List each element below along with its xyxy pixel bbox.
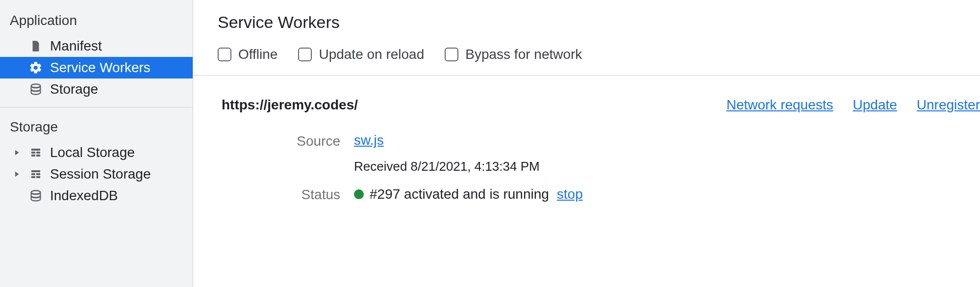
sidebar-item-storage[interactable]: Storage: [0, 78, 193, 100]
database-icon: [28, 188, 43, 203]
checkbox-label: Offline: [238, 47, 277, 62]
sidebar-item-session-storage[interactable]: Session Storage: [0, 163, 193, 185]
table-icon: [28, 167, 43, 182]
status-value: #297 activated and is running stop: [354, 186, 980, 203]
checkbox-offline[interactable]: Offline: [218, 47, 277, 62]
link-stop[interactable]: stop: [557, 186, 583, 202]
chevron-right-icon[interactable]: [12, 170, 22, 179]
database-icon: [28, 82, 43, 97]
link-source-file[interactable]: sw.js: [354, 132, 384, 148]
table-icon: [28, 145, 43, 160]
sidebar-item-label: Session Storage: [50, 166, 151, 182]
gear-icon: [28, 60, 43, 75]
sidebar-item-label: Manifest: [50, 38, 102, 54]
source-block: sw.js Received 8/21/2021, 4:13:34 PM: [354, 132, 980, 174]
detail-grid: Source sw.js Received 8/21/2021, 4:13:34…: [218, 126, 980, 203]
page-title: Service Workers: [218, 13, 980, 32]
sidebar-section-storage: Storage: [0, 116, 193, 142]
status-text: #297 activated and is running: [370, 186, 549, 202]
link-unregister[interactable]: Unregister: [917, 97, 980, 113]
main-panel: Service Workers Offline Update on reload…: [193, 0, 980, 287]
sidebar-section-application: Application: [0, 10, 193, 35]
checkbox-box[interactable]: [445, 48, 458, 61]
options-row: Offline Update on reload Bypass for netw…: [193, 47, 980, 76]
link-update[interactable]: Update: [853, 97, 897, 113]
chevron-right-icon[interactable]: [12, 148, 22, 157]
sidebar-item-indexeddb[interactable]: IndexedDB: [0, 185, 193, 207]
link-network-requests[interactable]: Network requests: [727, 97, 833, 113]
checkbox-label: Bypass for network: [465, 47, 582, 62]
checkbox-box[interactable]: [298, 48, 312, 61]
sidebar-item-label: Local Storage: [50, 145, 135, 160]
received-timestamp: Received 8/21/2021, 4:13:34 PM: [354, 159, 980, 174]
checkbox-box[interactable]: [218, 48, 231, 61]
label-source: Source: [218, 132, 340, 174]
sidebar-item-manifest[interactable]: Manifest: [0, 35, 193, 57]
sidebar-item-service-workers[interactable]: Service Workers: [0, 57, 193, 78]
sidebar-item-local-storage[interactable]: Local Storage: [0, 142, 193, 163]
sidebar-divider: [0, 107, 193, 107]
origin-url: https://jeremy.codes/: [222, 97, 358, 113]
sidebar: Application Manifest Service Workers Sto…: [0, 0, 193, 287]
checkbox-bypass-for-network[interactable]: Bypass for network: [445, 47, 582, 62]
checkbox-update-on-reload[interactable]: Update on reload: [298, 47, 424, 62]
status-dot-icon: [354, 189, 364, 199]
origin-row: https://jeremy.codes/ Network requests U…: [218, 76, 980, 126]
label-status: Status: [218, 186, 340, 203]
origin-links: Network requests Update Unregister: [727, 97, 980, 113]
checkbox-label: Update on reload: [319, 47, 424, 62]
sidebar-item-label: Storage: [50, 81, 98, 97]
document-icon: [28, 39, 43, 53]
sidebar-item-label: Service Workers: [50, 60, 151, 76]
sidebar-item-label: IndexedDB: [50, 188, 118, 204]
